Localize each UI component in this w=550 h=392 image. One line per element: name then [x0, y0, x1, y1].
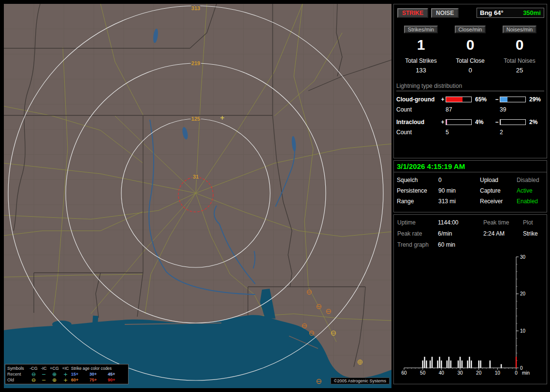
- neg-ic-recent-icon: −: [39, 372, 49, 377]
- squelch-label: Squelch: [397, 177, 438, 183]
- neg-cg-old-icon: ⊖: [29, 378, 39, 383]
- copyright-label: ©2005 Astrogenic Systems: [331, 378, 390, 384]
- range-label: Range: [397, 198, 438, 205]
- cg-positive-bar-fill: [446, 97, 463, 102]
- ic-positive-pct: 4%: [474, 119, 494, 126]
- intracloud-row: Intracloud + 4% − 2%: [396, 119, 544, 126]
- chart-bars: [422, 357, 517, 368]
- capture-status: Active: [517, 187, 544, 194]
- plus-sign: +: [440, 119, 446, 126]
- svg-text:10: 10: [520, 328, 526, 334]
- svg-text:0: 0: [520, 365, 523, 371]
- total-close-label: Total Close: [446, 57, 495, 64]
- status-grid: Uptime 1144:00 Peak time Plot Peak rate …: [396, 217, 544, 250]
- lightning-map[interactable]: 313 219 125 31: [4, 4, 391, 388]
- strikes-per-min-column: Strikes/min 1 Total Strikes 133: [396, 25, 446, 74]
- plot-value: Strike: [523, 230, 543, 237]
- intracloud-label: Intracloud: [396, 119, 440, 126]
- range-label-31: 31: [193, 174, 199, 180]
- app-window: 313 219 125 31 Symbols -CG -IC +CG +IC S…: [0, 0, 550, 392]
- legend-row-recent: Recent ⊖ − ⊕ + 15+ 30+ 45+: [7, 371, 126, 377]
- range-label-313: 313: [191, 5, 200, 11]
- plot-label: Plot: [523, 219, 543, 226]
- range-value: 350mi: [523, 9, 541, 16]
- uptime-value: 1144:00: [438, 219, 483, 226]
- range-label-125: 125: [191, 116, 200, 122]
- cg-negative-pct: 29%: [528, 96, 544, 103]
- svg-text:60: 60: [401, 370, 407, 376]
- receiver-label: Receiver: [480, 198, 517, 205]
- noises-per-min-button[interactable]: Noises/min: [503, 26, 536, 33]
- legend-col-pos-cg: +CG: [49, 365, 60, 371]
- ic-positive-count: 5: [446, 129, 474, 136]
- cloud-ground-row: Cloud-ground + 65% − 29%: [396, 96, 544, 103]
- total-strikes-label: Total Strikes: [396, 57, 446, 64]
- side-panel: STRIKE NOISE Bng 64° 350mi Strikes/min 1…: [393, 4, 547, 388]
- count-label: Count: [396, 129, 440, 136]
- trend-graph-chart: 01020306050403020100min: [396, 254, 544, 377]
- total-noises-label: Total Noises: [495, 57, 544, 64]
- cg-positive-count: 87: [446, 106, 474, 113]
- legend-recent-label: Recent: [7, 371, 29, 377]
- legend-row-old: Old ⊖ − ⊕ + 60+ 75+ 90+: [7, 377, 126, 383]
- peak-rate-label: Peak rate: [397, 230, 438, 237]
- statistics-box: STRIKE NOISE Bng 64° 350mi Strikes/min 1…: [393, 4, 547, 158]
- pos-ic-recent-icon: +: [60, 372, 71, 377]
- ic-negative-count: 2: [500, 129, 528, 136]
- age-75: 75+: [89, 377, 108, 383]
- trend-graph-label: Trend graph: [397, 241, 438, 248]
- range-label-219: 219: [191, 60, 200, 66]
- ic-negative-bar: [500, 119, 526, 125]
- close-per-min-button[interactable]: Close/min: [455, 26, 486, 33]
- settings-grid: Squelch 0 Upload Disabled Persistence 90…: [394, 172, 547, 209]
- total-strikes-value: 133: [396, 67, 446, 74]
- trend-box: Uptime 1144:00 Peak time Plot Peak rate …: [393, 214, 547, 384]
- persistence-label: Persistence: [397, 187, 438, 194]
- svg-text:20: 20: [520, 291, 526, 296]
- strike-mode-button[interactable]: STRIKE: [397, 8, 428, 18]
- receiver-status: Enabled: [517, 198, 544, 205]
- svg-text:40: 40: [439, 370, 445, 376]
- peak-time-value: 2:24 AM: [483, 230, 523, 237]
- bearing-value: Bng 64°: [480, 9, 504, 16]
- legend-old-label: Old: [7, 377, 29, 383]
- chart-axes: 01020306050403020100min: [401, 254, 530, 376]
- legend-col-neg-cg: -CG: [29, 365, 39, 371]
- legend-col-neg-ic: -IC: [39, 365, 49, 371]
- age-30: 30+: [89, 371, 108, 377]
- datetime-display: 3/1/2026 4:15:19 AM: [394, 161, 547, 172]
- rates-row: Strikes/min 1 Total Strikes 133 Close/mi…: [396, 25, 544, 74]
- plus-sign: +: [440, 96, 446, 103]
- ic-negative-bar-fill: [500, 120, 501, 125]
- neg-ic-old-icon: −: [39, 378, 49, 383]
- total-close-value: 0: [446, 67, 495, 74]
- noise-mode-button[interactable]: NOISE: [431, 8, 459, 18]
- minus-sign: −: [494, 119, 500, 126]
- legend-age-header: Strike age color codes: [71, 365, 126, 371]
- ic-positive-bar: [446, 119, 472, 125]
- svg-text:20: 20: [476, 370, 482, 376]
- age-45: 45+: [108, 371, 126, 377]
- map-legend: Symbols -CG -IC +CG +IC Strike age color…: [5, 364, 129, 384]
- squelch-value: 0: [438, 177, 480, 183]
- strikes-per-min-value: 1: [396, 37, 446, 53]
- pos-ic-old-icon: +: [60, 378, 71, 383]
- map-area: 313 219 125 31 Symbols -CG -IC +CG +IC S…: [4, 4, 391, 388]
- legend-symbols-header: Symbols: [7, 365, 29, 371]
- settings-box: 3/1/2026 4:15:19 AM Squelch 0 Upload Dis…: [393, 160, 547, 212]
- cg-negative-count: 39: [500, 106, 528, 113]
- age-90: 90+: [108, 377, 126, 383]
- range-setting-value: 313 mi: [438, 198, 480, 205]
- strikes-per-min-button[interactable]: Strikes/min: [404, 26, 438, 33]
- peak-time-label: Peak time: [483, 219, 523, 226]
- capture-label: Capture: [480, 187, 517, 194]
- svg-text:10: 10: [495, 370, 501, 376]
- cg-negative-bar-fill: [500, 97, 507, 102]
- svg-text:50: 50: [420, 370, 426, 376]
- distribution-title: Lightning type distribution: [396, 83, 544, 91]
- noises-per-min-value: 0: [495, 37, 544, 53]
- cloud-ground-count-row: Count 87 39: [396, 106, 544, 113]
- svg-text:30: 30: [457, 370, 463, 376]
- trend-graph-value: 60 min: [438, 241, 483, 248]
- pos-cg-old-icon: ⊕: [49, 378, 60, 383]
